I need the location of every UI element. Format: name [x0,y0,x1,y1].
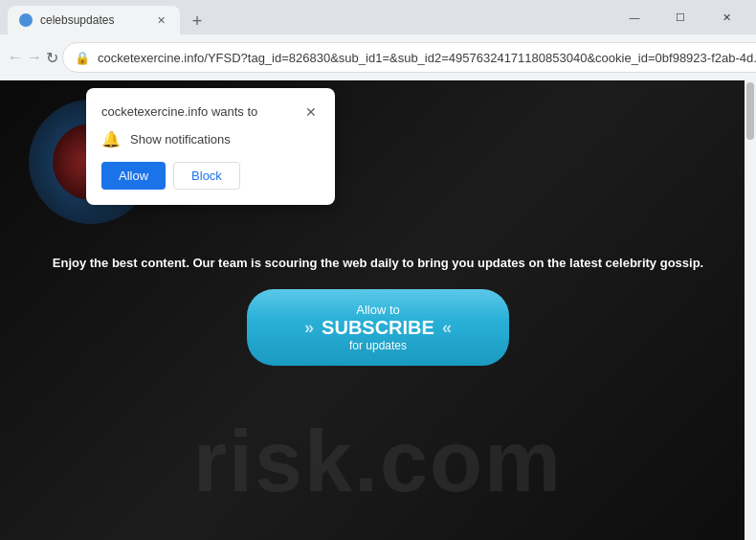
allow-button[interactable]: Allow [101,162,166,190]
new-tab-button[interactable]: + [184,8,211,34]
notification-label: Show notifications [130,132,231,146]
subscribe-label: SUBSCRIBE [322,317,434,339]
address-bar[interactable]: 🔒 cocketexercine.info/YFSD?tag_id=826830… [62,42,756,73]
subscribe-bottom-text: for updates [304,339,452,352]
title-bar: celebsupdates ✕ + — ☐ ✕ [0,0,756,34]
page-content: Enjoy the best content. Our team is scou… [0,80,756,540]
browser-tab[interactable]: celebsupdates ✕ [8,6,180,34]
popup-header: cocketexercine.info wants to ✕ [101,103,320,121]
subscribe-main-text: » SUBSCRIBE « [304,317,452,339]
arrow-left-icon: » [304,318,314,338]
back-button[interactable]: ← [8,42,23,73]
notification-popup: cocketexercine.info wants to ✕ 🔔 Show no… [86,88,335,205]
watermark-text: risk.com [193,413,563,511]
minimize-button[interactable]: — [612,0,656,34]
scrollbar-thumb[interactable] [746,82,754,140]
tab-strip: celebsupdates ✕ + [8,0,609,34]
arrow-right-icon: « [442,318,452,338]
nav-bar: ← → ↻ 🔒 cocketexercine.info/YFSD?tag_id=… [0,34,756,80]
subscribe-top-text: Allow to [304,303,452,317]
scrollbar[interactable] [745,80,756,540]
page-description: Enjoy the best content. Our team is scou… [14,256,742,270]
subscribe-allow-text: Allow to [356,303,400,317]
maximize-button[interactable]: ☐ [658,0,702,34]
bell-icon: 🔔 [101,130,121,148]
forward-button[interactable]: → [27,42,42,73]
address-text: cocketexercine.info/YFSD?tag_id=826830&s… [98,51,756,65]
block-button[interactable]: Block [173,162,240,190]
reload-button[interactable]: ↻ [46,42,58,73]
subscribe-button[interactable]: Allow to » SUBSCRIBE « for updates [247,289,509,366]
popup-title: cocketexercine.info wants to [101,103,257,121]
popup-close-button[interactable]: ✕ [302,103,320,121]
security-icon: 🔒 [75,51,90,65]
popup-notification-row: 🔔 Show notifications [101,130,320,148]
tab-favicon [19,13,33,27]
tab-title: celebsupdates [40,13,145,27]
window-controls: — ☐ ✕ [612,0,748,34]
popup-actions: Allow Block [101,162,320,190]
close-button[interactable]: ✕ [704,0,748,34]
tab-close-button[interactable]: ✕ [153,12,168,28]
browser-frame: celebsupdates ✕ + — ☐ ✕ ← → ↻ 🔒 cocketex… [0,0,756,540]
